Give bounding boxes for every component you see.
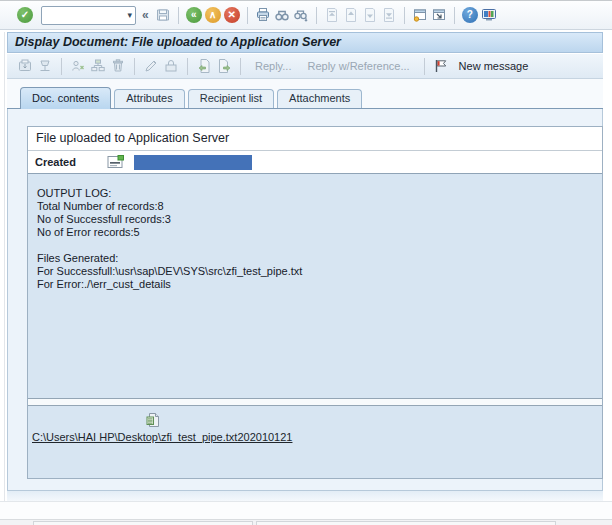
- output-log-line: For Error:./\err_cust_details: [37, 278, 602, 291]
- cancel-icon: ✕: [227, 10, 235, 20]
- publish-icon[interactable]: [17, 58, 33, 74]
- created-row: Created: [28, 151, 602, 174]
- org-chart-icon[interactable]: [90, 58, 106, 74]
- first-page-icon[interactable]: [324, 7, 340, 23]
- page-down-icon[interactable]: [362, 7, 378, 23]
- command-field[interactable]: ▾: [41, 6, 136, 25]
- text-file-icon[interactable]: [145, 412, 161, 428]
- back-icon: «: [191, 10, 197, 20]
- export-doc-icon[interactable]: [216, 58, 232, 74]
- toolbar-separator: [61, 58, 62, 75]
- attachment-area: C:\Users\HAI HP\Desktop\zfi_test_pipe.tx…: [28, 406, 602, 478]
- toolbar-separator: [316, 7, 317, 24]
- new-message-button[interactable]: New message: [453, 60, 535, 72]
- new-session-icon[interactable]: [412, 7, 428, 23]
- sap-gui-window: ✓ ▾ « « ∧ ✕ ? Display Document: File upl…: [0, 0, 612, 525]
- created-label: Created: [35, 156, 76, 168]
- check-icon: ✓: [21, 10, 29, 20]
- cancel-button[interactable]: ✕: [224, 7, 240, 23]
- save-icon[interactable]: [155, 7, 171, 23]
- collapse-toolbar-button[interactable]: «: [139, 8, 152, 22]
- status-info-field: [256, 521, 556, 525]
- reply-button[interactable]: Reply...: [249, 60, 297, 72]
- toolbar-separator: [454, 7, 455, 24]
- link-person-icon[interactable]: [70, 58, 86, 74]
- attachment-link[interactable]: C:\Users\HAI HP\Desktop\zfi_test_pipe.tx…: [32, 431, 292, 443]
- chevron-down-icon[interactable]: ▾: [124, 10, 135, 20]
- document-editor: File uploaded to Application Server Crea…: [27, 126, 603, 479]
- exit-icon: ∧: [209, 10, 216, 20]
- screen-send-icon[interactable]: [37, 58, 53, 74]
- toolbar-separator: [187, 58, 188, 75]
- help-icon: ?: [467, 10, 473, 20]
- last-page-icon[interactable]: [381, 7, 397, 23]
- back-button[interactable]: «: [186, 7, 202, 23]
- toolbar-separator: [240, 58, 241, 75]
- help-button[interactable]: ?: [462, 7, 478, 23]
- panel-footer-gradient: [7, 491, 603, 501]
- print-icon[interactable]: [255, 7, 271, 23]
- document-body-text[interactable]: OUTPUT LOG:Total Number of records:8No o…: [28, 174, 602, 398]
- status-bar: SAP: [0, 501, 612, 520]
- tab-strip: Doc. contents Attributes Recipient list …: [7, 87, 603, 109]
- create-shortcut-icon[interactable]: [431, 7, 447, 23]
- window-edge: [4, 32, 5, 519]
- toolbar-separator: [247, 7, 248, 24]
- find-icon[interactable]: [274, 7, 290, 23]
- output-log-line: Files Generated:: [37, 252, 602, 265]
- application-toolbar: Reply... Reply w/Reference... New messag…: [7, 54, 603, 79]
- page-title: Display Document: File uploaded to Appli…: [7, 32, 603, 53]
- page-up-icon[interactable]: [343, 7, 359, 23]
- system-toolbar: ✓ ▾ « « ∧ ✕ ?: [0, 1, 612, 30]
- document-title: File uploaded to Application Server: [28, 127, 602, 151]
- find-next-icon[interactable]: [293, 7, 309, 23]
- output-log-line: No of Error records:5: [37, 226, 602, 239]
- enter-button[interactable]: ✓: [17, 7, 33, 23]
- toolbar-separator: [424, 58, 425, 75]
- output-log-line: For Successfull:\usr\sap\DEV\SYS\src\zfi…: [37, 265, 602, 278]
- splitter-handle[interactable]: [28, 398, 602, 406]
- toolbar-separator: [404, 7, 405, 24]
- output-log-line: [37, 239, 602, 252]
- delete-icon[interactable]: [110, 58, 126, 74]
- import-doc-icon[interactable]: [196, 58, 212, 74]
- creator-name-redacted: [134, 155, 252, 170]
- lock-box-icon[interactable]: [163, 58, 179, 74]
- status-message-field: [33, 521, 253, 525]
- output-log-line: Total Number of records:8: [37, 200, 602, 213]
- output-log-line: No of Successfull records:3: [37, 213, 602, 226]
- command-input[interactable]: [42, 9, 124, 22]
- express-document-icon: [107, 155, 125, 169]
- edit-icon[interactable]: [143, 58, 159, 74]
- toolbar-separator: [134, 58, 135, 75]
- tab-attributes[interactable]: Attributes: [114, 89, 184, 108]
- exit-button[interactable]: ∧: [205, 7, 221, 23]
- output-log-line: OUTPUT LOG:: [37, 187, 602, 200]
- toolbar-separator: [178, 7, 179, 24]
- tab-recipient-list[interactable]: Recipient list: [188, 89, 274, 108]
- tab-attachments[interactable]: Attachments: [277, 89, 362, 108]
- customize-layout-icon[interactable]: [481, 7, 497, 23]
- tab-doc-contents[interactable]: Doc. contents: [20, 87, 111, 109]
- flag-icon[interactable]: [433, 58, 449, 74]
- reply-with-reference-button[interactable]: Reply w/Reference...: [301, 60, 415, 72]
- status-field-strip: [0, 519, 612, 525]
